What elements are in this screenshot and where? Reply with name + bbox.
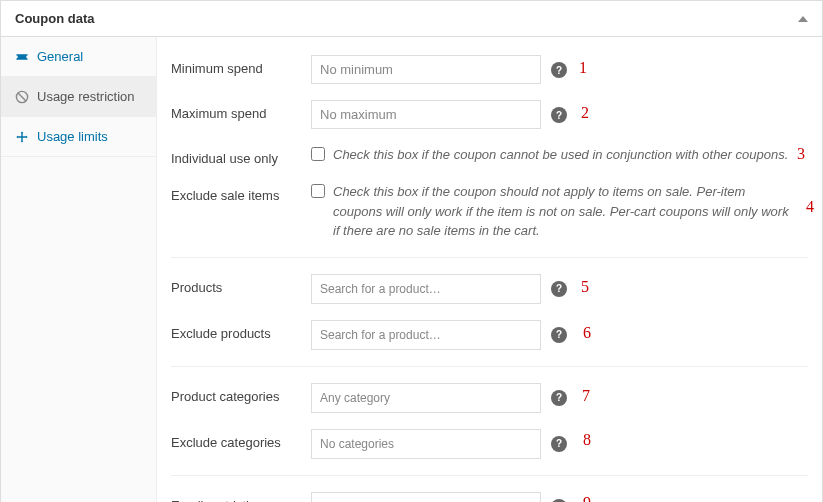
coupon-data-panel: Coupon data General Usage restriction [0,0,823,502]
annotation-5: 5 [581,278,589,296]
label-exclude-categories: Exclude categories [171,429,311,450]
annotation-1: 1 [579,59,587,77]
row-exclude-sale: Exclude sale items Check this box if the… [157,174,822,249]
ban-icon [15,90,29,104]
panel-body: General Usage restriction Usage limits [1,37,822,502]
email-restrictions-input[interactable] [311,492,541,503]
annotation-3: 3 [797,145,805,163]
exclude-sale-desc: Check this box if the coupon should not … [333,182,791,241]
exclude-sale-checkbox[interactable] [311,184,325,198]
individual-use-checkbox[interactable] [311,147,325,161]
ticket-icon [15,50,29,64]
annotation-9: 9 [583,494,591,503]
divider [171,257,808,258]
panel-title: Coupon data [15,11,94,26]
tabs: General Usage restriction Usage limits [1,37,157,502]
row-products: Products Search for a product… ? 5 [157,266,822,312]
row-individual-use: Individual use only Check this box if th… [157,137,822,174]
move-icon [15,130,29,144]
annotation-8: 8 [583,431,591,449]
row-email-restrictions: Email restrictions ? 9 [157,484,822,503]
help-icon[interactable]: ? [551,62,567,78]
maximum-spend-input[interactable] [311,100,541,129]
tab-label: Usage limits [37,129,108,144]
minimum-spend-input[interactable] [311,55,541,84]
help-icon[interactable]: ? [551,390,567,406]
panel-header[interactable]: Coupon data [1,1,822,37]
annotation-2: 2 [581,104,589,122]
label-product-categories: Product categories [171,383,311,404]
svg-line-1 [18,92,26,100]
annotation-4: 4 [806,198,814,216]
tab-general[interactable]: General [1,37,156,77]
tab-usage-restriction[interactable]: Usage restriction [1,77,156,117]
divider [171,475,808,476]
individual-use-desc: Check this box if the coupon cannot be u… [333,145,788,165]
row-exclude-categories: Exclude categories No categories ? 8 [157,421,822,467]
help-icon[interactable]: ? [551,499,567,503]
product-categories-select[interactable]: Any category [311,383,541,413]
label-maximum-spend: Maximum spend [171,100,311,121]
collapse-icon[interactable] [798,16,808,22]
label-individual-use: Individual use only [171,145,311,166]
exclude-products-select[interactable]: Search for a product… [311,320,541,350]
help-icon[interactable]: ? [551,281,567,297]
content: Minimum spend ? 1 Maximum spend ? 2 Indi… [157,37,822,502]
help-icon[interactable]: ? [551,327,567,343]
exclude-categories-select[interactable]: No categories [311,429,541,459]
tab-label: Usage restriction [37,89,135,104]
help-icon[interactable]: ? [551,436,567,452]
row-exclude-products: Exclude products Search for a product… ?… [157,312,822,358]
label-exclude-products: Exclude products [171,320,311,341]
annotation-6: 6 [583,324,591,342]
row-maximum-spend: Maximum spend ? 2 [157,92,822,137]
label-products: Products [171,274,311,295]
row-minimum-spend: Minimum spend ? 1 [157,47,822,92]
tab-label: General [37,49,83,64]
label-minimum-spend: Minimum spend [171,55,311,76]
help-icon[interactable]: ? [551,107,567,123]
label-email-restrictions: Email restrictions [171,492,311,503]
annotation-7: 7 [582,387,590,405]
label-exclude-sale: Exclude sale items [171,182,311,203]
divider [171,366,808,367]
tab-usage-limits[interactable]: Usage limits [1,117,156,157]
products-select[interactable]: Search for a product… [311,274,541,304]
row-product-categories: Product categories Any category ? 7 [157,375,822,421]
